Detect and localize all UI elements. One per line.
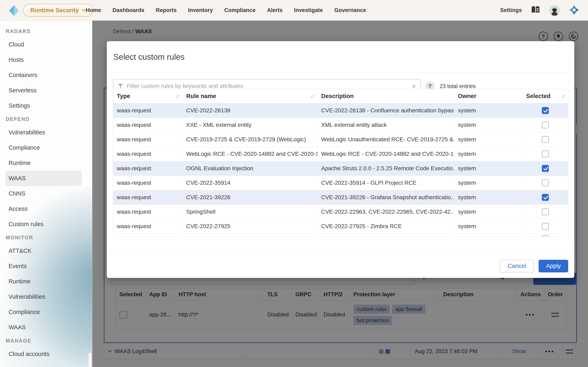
total-entries-label: 23 total entries — [440, 83, 476, 90]
cancel-button[interactable]: Cancel — [500, 260, 534, 272]
sidebar-item-runtime[interactable]: Runtime — [0, 155, 92, 171]
table-row[interactable] — [113, 234, 568, 237]
type-cell: waas-request — [113, 176, 182, 190]
top-nav: Runtime Security HomeDashboardsReportsIn… — [0, 0, 588, 21]
user-avatar[interactable] — [549, 5, 560, 16]
column-label: Description — [321, 93, 354, 100]
selected-cell — [522, 132, 568, 147]
clear-filter-icon[interactable]: × — [412, 83, 416, 90]
sort-icon[interactable]: ↓↑ — [176, 93, 179, 99]
nav-item-inventory[interactable]: Inventory — [188, 7, 213, 13]
nav-right-cluster: Settings — [500, 0, 579, 21]
rule-checkbox[interactable] — [542, 122, 549, 128]
rule-checkbox[interactable] — [542, 235, 549, 237]
product-switcher[interactable]: Runtime Security — [23, 4, 93, 17]
rule-checkbox[interactable] — [542, 223, 549, 230]
description-cell: XML external entity attack — [318, 118, 454, 132]
sidebar-item-cnns[interactable]: CNNS — [0, 186, 92, 201]
sidebar-item-runtime[interactable]: Runtime — [0, 274, 92, 289]
sidebar-item-vulnerabilities[interactable]: Vulnerabilities — [0, 289, 92, 304]
rule-checkbox[interactable] — [542, 165, 549, 172]
column-header-type[interactable]: Type↓↑ — [113, 89, 182, 103]
prisma-cloud-logo-icon[interactable] — [569, 5, 579, 16]
nav-item-reports[interactable]: Reports — [156, 7, 177, 13]
owner-cell: system — [454, 103, 522, 118]
description-cell: CVE-2022-22963, CVE-2022-22965, CVE-2022… — [318, 205, 454, 219]
owner-cell: system — [454, 132, 522, 147]
table-row[interactable]: waas-requestSpringShellCVE-2022-22963, C… — [113, 205, 568, 219]
column-label: Owner — [458, 93, 476, 100]
sidebar-scrollbar-thumb[interactable] — [88, 353, 91, 367]
column-header-description[interactable]: Description — [318, 89, 454, 103]
rule-name-cell: CVE-2021-39226 — [182, 190, 318, 205]
sidebar-item-compliance[interactable]: Compliance — [0, 304, 92, 320]
sidebar-item-waas[interactable]: WAAS — [0, 320, 92, 335]
column-header-owner[interactable]: Owner — [454, 89, 522, 103]
table-row[interactable]: waas-requestCVE-2022-35914CVE-2022-35914… — [113, 176, 568, 190]
selected-cell — [522, 161, 568, 176]
selected-cell — [522, 147, 568, 161]
type-cell: waas-request — [113, 118, 182, 132]
nav-item-governance[interactable]: Governance — [334, 7, 366, 13]
nav-item-alerts[interactable]: Alerts — [267, 7, 283, 13]
rule-checkbox[interactable] — [542, 150, 549, 157]
table-row[interactable]: waas-requestCVE-2021-39226CVE-2021-39226… — [113, 190, 568, 205]
app-logo-icon[interactable] — [8, 4, 20, 17]
sidebar-section-manage: MANAGE — [0, 335, 92, 346]
nav-item-investigate[interactable]: Investigate — [294, 7, 323, 13]
sidebar-item-events[interactable]: Events — [0, 259, 92, 274]
rule-checkbox[interactable] — [542, 194, 549, 201]
rule-name-cell: XXE - XML external entity — [182, 118, 318, 132]
column-label: Rule name — [186, 93, 216, 100]
sidebar-item-cloud-accounts[interactable]: Cloud accounts — [0, 346, 92, 362]
modal-header: Select custom rules — [107, 41, 574, 73]
rule-checkbox[interactable] — [542, 136, 549, 143]
rule-checkbox[interactable] — [542, 208, 549, 215]
docs-book-icon[interactable] — [531, 6, 540, 15]
selected-cell — [522, 103, 568, 118]
selected-cell — [522, 205, 568, 219]
nav-item-compliance[interactable]: Compliance — [224, 7, 256, 13]
table-row[interactable]: waas-requestXXE - XML external entityXML… — [113, 118, 568, 132]
settings-link[interactable]: Settings — [500, 7, 522, 13]
sidebar-item-att-ck[interactable]: ATT&CK — [0, 243, 92, 259]
description-cell: Apache Struts 2.0.0 - 2.5.25 Remote Code… — [318, 161, 454, 176]
rule-name-cell — [182, 234, 318, 237]
sidebar-item-settings[interactable]: Settings — [0, 98, 92, 113]
sidebar-item-containers[interactable]: Containers — [0, 67, 92, 83]
sidebar-item-serverless[interactable]: Serverless — [0, 83, 92, 98]
filter-input[interactable] — [127, 83, 408, 89]
sort-icon[interactable]: ↓↑ — [561, 93, 565, 99]
modal-title: Select custom rules — [113, 52, 185, 62]
nav-item-dashboards[interactable]: Dashboards — [112, 7, 144, 13]
sidebar-item-access[interactable]: Access — [0, 201, 92, 217]
nav-item-home[interactable]: Home — [86, 7, 101, 13]
rule-checkbox[interactable] — [542, 179, 549, 186]
sidebar-item-cloud[interactable]: Cloud — [0, 37, 92, 52]
apply-button[interactable]: Apply — [539, 260, 568, 272]
description-cell: WebLogic RCE - CVE-2020-14882 and CVE-20… — [318, 147, 454, 161]
type-cell: waas-request — [113, 161, 182, 176]
owner-cell: system — [454, 190, 522, 205]
column-label: Type — [117, 93, 130, 100]
column-header-rule-name[interactable]: Rule name↓↑ — [182, 89, 318, 103]
table-row[interactable]: waas-requestOGNL Evaluation InjectionApa… — [113, 161, 568, 176]
sidebar-item-compliance[interactable]: Compliance — [0, 140, 92, 155]
sidebar-section-monitor: MONITOR — [0, 232, 92, 243]
rule-checkbox[interactable] — [542, 107, 549, 114]
sidebar: RADARSCloudHostsContainersServerlessSett… — [0, 21, 92, 367]
table-row[interactable]: waas-requestCVE-2022-26138CVE-2022-26138… — [113, 103, 568, 118]
table-row[interactable]: waas-requestCVE-2022-27925CVE-2022-27925… — [113, 219, 568, 234]
sort-icon[interactable]: ↓↑ — [311, 93, 314, 99]
column-header-selected[interactable]: Selected↓↑ — [522, 89, 568, 103]
sidebar-item-hosts[interactable]: Hosts — [0, 52, 92, 67]
sidebar-item-vulnerabilities[interactable]: Vulnerabilities — [0, 125, 92, 140]
description-cell: CVE-2022-26138 - Confluence authenticati… — [318, 103, 454, 118]
type-cell: waas-request — [113, 132, 182, 147]
modal-footer: Cancel Apply — [107, 254, 574, 278]
product-name: Runtime Security — [30, 7, 79, 14]
sidebar-item-custom-rules[interactable]: Custom rules — [0, 217, 92, 232]
table-row[interactable]: waas-requestCVE-2019-2725 & CVE-2019-272… — [113, 132, 568, 147]
table-row[interactable]: waas-requestWebLogic RCE - CVE-2020-1488… — [113, 147, 568, 161]
sidebar-item-waas[interactable]: WAAS — [5, 171, 82, 186]
